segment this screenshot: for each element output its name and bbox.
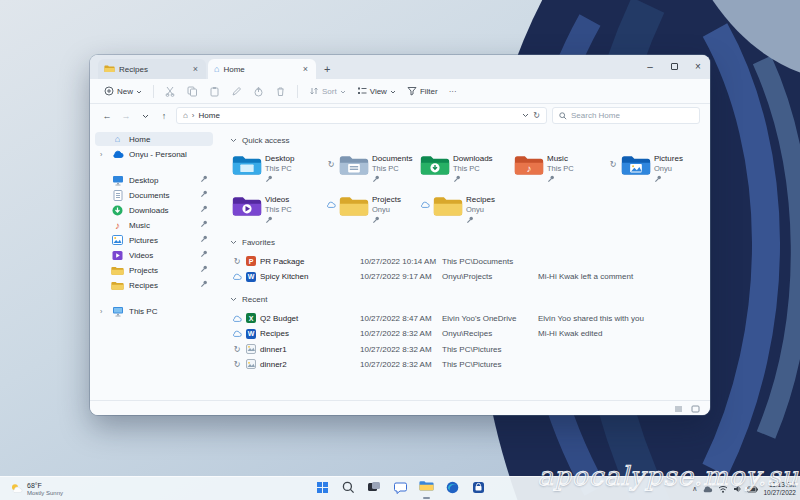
sidebar-item-projects[interactable]: Projects	[95, 263, 213, 277]
sort-icon	[309, 86, 319, 96]
quick-access-tile-music[interactable]: ♪ Music This PC	[514, 152, 608, 185]
quick-access-tile-desktop[interactable]: Desktop This PC	[232, 152, 326, 185]
widgets-button[interactable]: 68°F Mostly Sunny	[4, 477, 69, 500]
cut-button[interactable]	[161, 84, 180, 99]
file-row-q2-budget[interactable]: X Q2 Budget 10/27/2022 8:47 AM Elvin Yoo…	[230, 310, 702, 326]
filter-button[interactable]: Filter	[403, 84, 442, 98]
view-button[interactable]: View	[353, 84, 400, 98]
file-location: Onyu\Projects	[442, 272, 538, 281]
tab-home[interactable]: ⌂ Home ×	[208, 59, 316, 79]
close-button[interactable]: ×	[686, 55, 710, 77]
clock[interactable]: 11:13 AM 10/27/2022	[763, 481, 796, 497]
sidebar-item-onyu-personal[interactable]: › Onyu - Personal	[95, 147, 213, 161]
file-row-spicy-kitchen[interactable]: W Spicy Kitchen 10/27/2022 9:17 AM Onyu\…	[230, 269, 702, 285]
tile-text: Music This PC	[547, 152, 574, 185]
store-button[interactable]	[470, 478, 487, 500]
sidebar-item-home[interactable]: ⌂ Home	[95, 132, 213, 146]
folder-icon	[433, 193, 463, 222]
sidebar-item-pictures[interactable]: Pictures	[95, 233, 213, 247]
start-button[interactable]	[314, 478, 331, 500]
onedrive-tray-icon[interactable]	[702, 485, 713, 493]
section-header-recent[interactable]: Recent	[230, 292, 702, 306]
search-input[interactable]	[571, 111, 693, 120]
window-controls: – ×	[638, 55, 710, 77]
recent-locations-button[interactable]	[138, 111, 152, 121]
sidebar-item-videos[interactable]: Videos	[95, 248, 213, 262]
sidebar-item-icon	[111, 175, 124, 186]
sidebar-item-downloads[interactable]: Downloads	[95, 203, 213, 217]
address-bar[interactable]: ⌂ › Home ↻	[176, 107, 547, 124]
search-button[interactable]	[340, 478, 357, 500]
quick-access-tile-projects[interactable]: Projects Onyu	[326, 193, 420, 226]
sidebar-item-desktop[interactable]: Desktop	[95, 173, 213, 187]
row-status-icon	[232, 330, 242, 337]
up-button[interactable]: ↑	[157, 111, 171, 121]
volume-icon[interactable]	[733, 485, 742, 493]
sidebar-item-icon: ♪	[111, 220, 124, 231]
chat-button[interactable]	[392, 478, 409, 500]
new-tab-button[interactable]: +	[316, 59, 338, 79]
file-row-dinner1[interactable]: ↻ dinner1 10/27/2022 8:32 AM This PC\Pic…	[230, 341, 702, 357]
section-header-favorites[interactable]: Favorites	[230, 235, 702, 249]
copy-button[interactable]	[183, 84, 202, 99]
plus-circle-icon	[104, 86, 114, 96]
quick-access-tile-pictures[interactable]: ↻ Pictures Onyu	[608, 152, 702, 185]
file-explorer-button[interactable]	[418, 478, 435, 500]
edge-button[interactable]	[444, 478, 461, 500]
file-date: 10/27/2022 10:14 AM	[360, 257, 442, 266]
pin-icon	[200, 250, 208, 260]
details-view-toggle[interactable]	[674, 399, 683, 415]
battery-icon[interactable]	[747, 486, 758, 493]
sort-button[interactable]: Sort	[305, 84, 350, 98]
file-location: This PC\Pictures	[442, 345, 538, 354]
tile-name: Videos	[265, 195, 292, 205]
expander-icon[interactable]: ›	[100, 308, 106, 315]
refresh-icon[interactable]: ↻	[533, 111, 540, 120]
back-button[interactable]: ←	[100, 111, 114, 121]
sidebar-item-documents[interactable]: Documents	[95, 188, 213, 202]
pin-icon	[654, 175, 683, 186]
filter-button-label: Filter	[420, 87, 438, 96]
section-header-quick-access[interactable]: Quick access	[230, 133, 702, 147]
expander-icon[interactable]: ›	[100, 151, 106, 158]
file-activity: Mi-Hi Kwak edited	[538, 329, 702, 338]
file-row-dinner2[interactable]: ↻ dinner2 10/27/2022 8:32 AM This PC\Pic…	[230, 357, 702, 373]
paste-button[interactable]	[205, 84, 224, 99]
rename-button[interactable]	[227, 84, 246, 99]
maximize-button[interactable]	[662, 55, 686, 77]
minimize-button[interactable]: –	[638, 55, 662, 77]
window-body: ⌂ Home › Onyu - Personal Desktop Documen…	[90, 127, 710, 400]
tray-chevron-icon[interactable]: ∧	[692, 485, 697, 493]
search-box[interactable]	[552, 107, 700, 124]
section-title: Recent	[242, 295, 267, 304]
sidebar-item-recipes[interactable]: Recipes	[95, 278, 213, 292]
quick-access-tile-documents[interactable]: ↻ Documents This PC	[326, 152, 420, 185]
task-view-button[interactable]	[366, 478, 383, 500]
file-row-recipes[interactable]: W Recipes 10/27/2022 8:32 AM Onyu\Recipe…	[230, 326, 702, 342]
quick-access-tile-recipes[interactable]: Recipes Onyu	[420, 193, 514, 226]
more-options-button[interactable]: ···	[445, 85, 461, 98]
quick-access-tile-downloads[interactable]: Downloads This PC	[420, 152, 514, 185]
quick-access-tile-videos[interactable]: Videos This PC	[232, 193, 326, 226]
tab-recipes[interactable]: Recipes ×	[98, 59, 206, 79]
address-dropdown-icon[interactable]	[522, 113, 529, 118]
sidebar-item-this-pc[interactable]: › This PC	[95, 304, 213, 318]
breadcrumb-segment[interactable]: Home	[199, 111, 220, 120]
tab-close-icon[interactable]: ×	[301, 64, 310, 74]
new-button[interactable]: New	[100, 84, 146, 98]
file-type-icon: X	[246, 313, 256, 323]
filter-icon	[407, 86, 417, 96]
share-button[interactable]	[249, 84, 268, 99]
tab-icon	[104, 64, 115, 75]
forward-button[interactable]: →	[119, 111, 133, 121]
wifi-icon[interactable]	[718, 485, 728, 493]
file-row-pr-package[interactable]: ↻ P PR Package 10/27/2022 10:14 AM This …	[230, 253, 702, 269]
tab-close-icon[interactable]: ×	[191, 64, 200, 74]
file-type-icon	[246, 344, 256, 355]
pin-icon	[372, 175, 412, 186]
pin-icon	[200, 205, 208, 215]
tile-location: This PC	[453, 164, 493, 173]
sidebar-item-music[interactable]: ♪ Music	[95, 218, 213, 232]
thumbnail-view-toggle[interactable]	[691, 399, 700, 415]
delete-button[interactable]	[271, 84, 290, 99]
